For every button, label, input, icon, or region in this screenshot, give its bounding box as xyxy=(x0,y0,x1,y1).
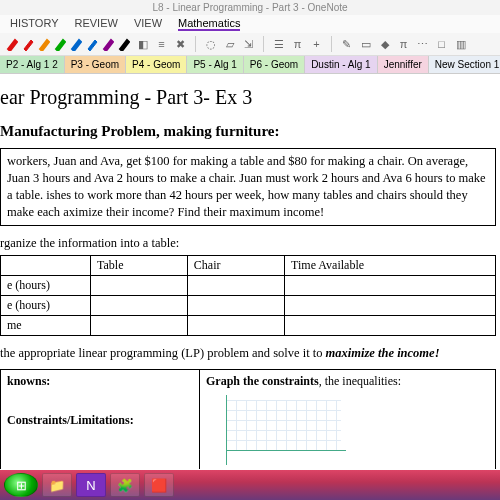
solve-emphasis: maximize the income! xyxy=(326,346,440,360)
problem-statement: workers, Juan and Ava, get $100 for maki… xyxy=(0,148,496,226)
row-label: e (hours) xyxy=(1,275,91,295)
menu-review[interactable]: REVIEW xyxy=(75,17,118,31)
page-title: ear Programming - Part 3- Ex 3 xyxy=(0,86,496,109)
table-row: e (hours) xyxy=(1,295,496,315)
page-content: ear Programming - Part 3- Ex 3 Manufactu… xyxy=(0,74,500,477)
math-icon[interactable]: ☰ xyxy=(272,38,285,51)
eraser-icon[interactable]: ▱ xyxy=(223,38,236,51)
window-title: L8 - Linear Programming - Part 3 - OneNo… xyxy=(0,0,500,15)
shapes-icon[interactable]: ◆ xyxy=(378,38,391,51)
section-tabs: P2 - Alg 1 2P3 - GeomP4 - GeomP5 - Alg 1… xyxy=(0,56,500,74)
pen-preset[interactable] xyxy=(54,37,66,51)
constraints-label: Constraints/Limitations: xyxy=(7,413,193,428)
taskbar-button[interactable]: 📁 xyxy=(42,473,72,497)
pi-icon[interactable]: π xyxy=(291,38,304,51)
pen-preset[interactable] xyxy=(70,37,82,51)
row-label: e (hours) xyxy=(1,295,91,315)
section-tab[interactable]: Dustin - Alg 1 xyxy=(305,56,377,73)
pen-color-icon[interactable]: ◧ xyxy=(136,38,149,51)
pen-preset[interactable] xyxy=(118,37,130,51)
step-organize: rganize the information into a table: xyxy=(0,236,496,251)
separator xyxy=(195,36,196,52)
data-table: Table Chair Time Available e (hours) e (… xyxy=(0,255,496,336)
problem-heading: Manufacturing Problem, making furniture: xyxy=(0,123,496,140)
start-button[interactable]: ⊞ xyxy=(4,473,38,497)
table-header: Table xyxy=(91,255,188,275)
solve-instruction: the appropriate linear programming (LP) … xyxy=(0,346,496,361)
pen-preset[interactable] xyxy=(38,37,50,51)
plus-icon[interactable]: + xyxy=(310,38,323,51)
section-tab[interactable]: P6 - Geom xyxy=(244,56,305,73)
more-icon[interactable]: ⋯ xyxy=(416,38,429,51)
section-tab[interactable]: P3 - Geom xyxy=(65,56,126,73)
separator xyxy=(263,36,264,52)
menu-history[interactable]: HISTORY xyxy=(10,17,59,31)
unknowns-label: knowns: xyxy=(7,374,50,388)
row-label: me xyxy=(1,315,91,335)
grid-icon[interactable]: ▥ xyxy=(454,38,467,51)
graph-label-bold: Graph the constraints xyxy=(206,374,319,388)
graph-x-axis xyxy=(226,450,346,451)
menu-mathematics[interactable]: Mathematics xyxy=(178,17,240,31)
graph-area xyxy=(206,395,346,465)
box-icon[interactable]: □ xyxy=(435,38,448,51)
section-tab[interactable]: P2 - Alg 1 2 xyxy=(0,56,65,73)
pen-preset[interactable] xyxy=(6,37,18,51)
taskbar-button[interactable]: N xyxy=(76,473,106,497)
pen-gallery xyxy=(6,37,130,51)
table-header xyxy=(1,255,91,275)
unknowns-panel: knowns: Constraints/Limitations: xyxy=(0,370,200,469)
lasso-icon[interactable]: ◌ xyxy=(204,38,217,51)
section-tab[interactable]: P5 - Alg 1 xyxy=(187,56,243,73)
ribbon: ◧ ≡ ✖ ◌ ▱ ⇲ ☰ π + ✎ ▭ ◆ π ⋯ □ ▥ xyxy=(0,33,500,56)
ruler-icon[interactable]: ▭ xyxy=(359,38,372,51)
menu-view[interactable]: VIEW xyxy=(134,17,162,31)
work-grid: knowns: Constraints/Limitations: Graph t… xyxy=(0,369,496,469)
graph-y-axis xyxy=(226,395,227,465)
taskbar: ⊞ 📁 N 🧩 🟥 xyxy=(0,470,500,500)
pen-thickness-icon[interactable]: ≡ xyxy=(155,38,168,51)
pen-preset[interactable] xyxy=(22,37,34,51)
pen-preset[interactable] xyxy=(86,37,98,51)
section-tab[interactable]: Jenniffer xyxy=(378,56,429,73)
graph-grid xyxy=(226,400,341,451)
table-row: me xyxy=(1,315,496,335)
space-icon[interactable]: ⇲ xyxy=(242,38,255,51)
graph-panel: Graph the constraints, the inequalities: xyxy=(200,370,496,469)
table-row: e (hours) xyxy=(1,275,496,295)
delete-pen-icon[interactable]: ✖ xyxy=(174,38,187,51)
solve-prefix: the appropriate linear programming (LP) … xyxy=(0,346,326,360)
table-header-row: Table Chair Time Available xyxy=(1,255,496,275)
separator xyxy=(331,36,332,52)
highlighter-icon[interactable]: ✎ xyxy=(340,38,353,51)
taskbar-button[interactable]: 🧩 xyxy=(110,473,140,497)
graph-label-rest: , the inequalities: xyxy=(319,374,401,388)
taskbar-button[interactable]: 🟥 xyxy=(144,473,174,497)
ink-math-icon[interactable]: π xyxy=(397,38,410,51)
menu-bar: HISTORY REVIEW VIEW Mathematics xyxy=(0,15,500,33)
section-tab[interactable]: New Section 1 xyxy=(429,56,500,73)
pen-preset[interactable] xyxy=(102,37,114,51)
table-header: Chair xyxy=(187,255,284,275)
section-tab[interactable]: P4 - Geom xyxy=(126,56,187,73)
table-header: Time Available xyxy=(285,255,496,275)
